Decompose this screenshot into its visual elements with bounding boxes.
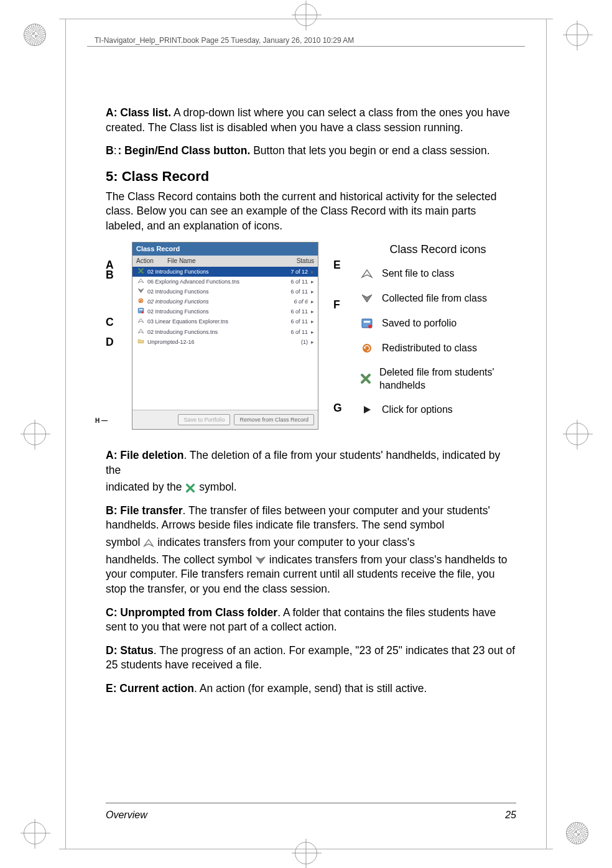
delete-icon [185, 482, 196, 494]
table-row[interactable]: 02 Introducing Functions6 of 6▸ [132, 297, 318, 307]
col-action: Action [132, 256, 164, 267]
header-bookline: TI-Navigator_Help_PRINT.book Page 25 Tue… [92, 36, 356, 45]
file-name: Unprompted-12-16 [147, 338, 277, 346]
callout-B: B [106, 268, 114, 283]
redist-icon [359, 341, 374, 356]
callout-F: F [333, 298, 340, 313]
chevron-right-icon[interactable]: ▸ [308, 298, 314, 305]
delete-icon [136, 267, 145, 276]
legend-item: Saved to porfolio [359, 316, 516, 331]
table-row[interactable]: 06 Exploring Advanced Functions.tns6 of … [132, 277, 318, 287]
collect-icon [359, 291, 374, 306]
callout-H: H — [95, 417, 108, 425]
chevron-right-icon[interactable]: ▸ [308, 308, 314, 315]
table-row[interactable]: 02 Introducing Functions7 of 12▸ [132, 267, 318, 277]
callout-E: E [333, 258, 341, 273]
file-name: 06 Exploring Advanced Functions.tns [147, 278, 277, 285]
chevron-right-icon[interactable]: ▸ [308, 278, 314, 285]
save-icon [136, 307, 145, 316]
def-b: B: File transfer. The transfer of files … [106, 504, 516, 533]
footer-rule [106, 803, 516, 803]
delete-icon [359, 371, 372, 386]
def-d-label: D: Status [106, 644, 154, 657]
def-b-line2: symbol indicates transfers from your com… [106, 535, 516, 550]
table-row[interactable]: 02 Introducing Functions6 of 11▸ [132, 287, 318, 297]
legend-item: Deleted file from students' handhelds [359, 366, 516, 392]
def-e-text: . An action (for example, send) that is … [194, 682, 427, 695]
col-file: File Name [164, 256, 280, 267]
file-name: 02 Introducing Functions.tns [147, 328, 277, 336]
def-a: A: File deletion. The deletion of a file… [106, 448, 516, 478]
table-row[interactable]: 02 Introducing Functions.tns6 of 11▸ [132, 327, 318, 337]
remove-from-class-record-button[interactable]: Remove from Class Record [234, 414, 314, 425]
collect-icon [136, 287, 145, 296]
svg-point-6 [368, 325, 372, 328]
label-b-post: : Begin/End Class button. [118, 144, 250, 157]
table-row[interactable]: Unprompted-12-16(1)▸ [132, 337, 318, 347]
chevron-right-icon[interactable]: ▸ [308, 268, 314, 275]
send-icon [359, 266, 374, 281]
heading-section-5: 5: Class Record [106, 167, 516, 186]
svg-point-3 [141, 312, 143, 313]
save-icon [359, 316, 374, 331]
def-e: E: Current action. An action (for exampl… [106, 681, 516, 696]
def-e-label: E: Current action [106, 682, 194, 695]
svg-point-7 [363, 344, 371, 353]
page-footer: Overview 25 [106, 810, 516, 821]
def-b-line3: handhelds. The collect symbol indicates … [106, 553, 516, 597]
legend-text: Redistributed to class [382, 341, 477, 355]
chevron-right-icon[interactable]: ▸ [308, 318, 314, 325]
def-b-label: B: File transfer [106, 504, 183, 517]
redist-icon [136, 297, 145, 306]
table-row[interactable]: 03 Linear Equations Explorer.tns6 of 11▸ [132, 316, 318, 326]
footer-page: 25 [505, 810, 516, 821]
status-value: 6 of 6 [277, 298, 308, 305]
def-c: C: Unprompted from Class folder. A folde… [106, 606, 516, 635]
def-a-pre: indicated by the [106, 481, 185, 493]
callout-G: G [333, 401, 342, 416]
legend-item: Click for options [359, 402, 516, 417]
svg-rect-5 [364, 321, 370, 323]
send-icon [136, 277, 145, 286]
def-a-line2: indicated by the symbol. [106, 480, 516, 495]
status-value: 6 of 11 [277, 278, 308, 285]
svg-point-0 [138, 298, 143, 303]
class-record-title: Class Record [132, 242, 318, 256]
section5-intro: The Class Record contains both the curre… [106, 190, 516, 234]
chevron-right-icon[interactable]: ▸ [308, 288, 314, 295]
legend-text: Saved to porfolio [382, 316, 457, 330]
legend-item: Sent file to class [359, 266, 516, 281]
para-b-text: Button that lets you begin or end a clas… [250, 144, 489, 157]
def-b-pre: symbol [106, 536, 143, 548]
folder-icon [136, 338, 145, 346]
footer-section: Overview [106, 810, 147, 821]
col-status: Status [280, 256, 318, 267]
callout-C: C [106, 315, 114, 330]
legend-title: Class Record icons [359, 242, 516, 257]
file-name: 02 Introducing Functions [147, 308, 277, 315]
chevron-right-icon[interactable]: ▸ [308, 338, 314, 346]
table-row[interactable]: 02 Introducing Functions6 of 11▸ [132, 307, 318, 316]
class-record-panel: Class Record Action File Name Status 02 … [132, 242, 318, 429]
callout-D: D [106, 335, 114, 350]
def-d: D: Status. The progress of an action. Fo… [106, 644, 516, 673]
def-d-text: . The progress of an action. For example… [106, 644, 515, 672]
header-rule [87, 46, 525, 47]
legend-item: Collected file from class [359, 291, 516, 306]
legend-text: Deleted file from students' handhelds [379, 366, 516, 392]
legend-text: Collected file from class [382, 292, 487, 305]
status-value: 6 of 11 [277, 318, 308, 325]
legend: Class Record icons Sent file to classCol… [359, 242, 516, 427]
options-icon [359, 402, 374, 417]
file-name: 02 Introducing Functions [147, 298, 277, 305]
legend-text: Sent file to class [382, 267, 455, 280]
status-value: 6 of 11 [277, 288, 308, 295]
file-name: 02 Introducing Functions [147, 288, 277, 295]
chevron-right-icon[interactable]: ▸ [308, 328, 314, 336]
status-value: 6 of 11 [277, 328, 308, 336]
para-class-list: A: Class list. A drop-down list where yo… [106, 106, 516, 135]
def-a-t2: symbol. [199, 481, 236, 493]
save-to-portfolio-button[interactable]: Save to Portfolio [178, 414, 230, 425]
def-c-label: C: Unprompted from Class folder [106, 606, 277, 619]
label-a: A: Class list. [106, 106, 171, 119]
